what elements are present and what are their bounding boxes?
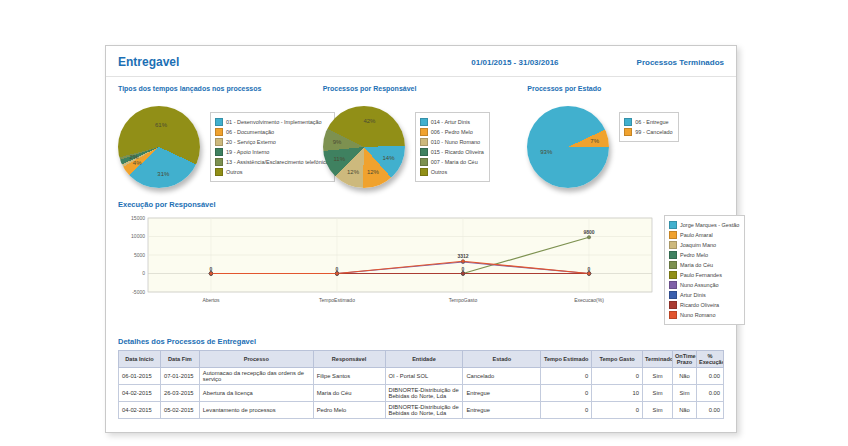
column-header: Responsável bbox=[313, 351, 385, 368]
legend-swatch bbox=[669, 231, 677, 239]
pie-chart-title: Processos por Responsável bbox=[323, 85, 520, 92]
table-cell-entidade: OI - Portal SOL bbox=[385, 368, 463, 385]
table-cell-responsavel: Filipe Santos bbox=[313, 368, 385, 385]
table-cell-data_fim: 07-01-2015 bbox=[160, 368, 199, 385]
y-tick-label: -5000 bbox=[132, 289, 145, 295]
pie-charts-row: Tipos dos tempos lançados nos processos3… bbox=[106, 77, 736, 190]
x-category-label: TempoGasto bbox=[449, 297, 478, 303]
pie-chart: 31%4%2%61% bbox=[118, 106, 200, 188]
legend-item: Paulo Amaral bbox=[669, 231, 739, 239]
details-table-title: Detalhes dos Processos de Entregavel bbox=[118, 337, 724, 346]
legend-swatch bbox=[669, 251, 677, 259]
data-point bbox=[587, 272, 590, 275]
date-range-label: 01/01/2015 - 31/03/2016 bbox=[471, 58, 558, 67]
page-title: Entregavel bbox=[118, 55, 471, 69]
legend-label: Nuno Assunção bbox=[680, 282, 719, 288]
table-cell-data_inicio: 04-02-2015 bbox=[119, 402, 161, 419]
legend-swatch bbox=[420, 138, 428, 146]
table-cell-terminado: Sim bbox=[643, 368, 673, 385]
line-chart: 150001000050000-5000AbertosTempoEstimado… bbox=[118, 213, 658, 309]
legend-swatch bbox=[420, 148, 428, 156]
column-header: Tempo Estimado bbox=[541, 351, 592, 368]
legend-swatch bbox=[215, 158, 223, 166]
table-cell-tempo_gasto: 10 bbox=[592, 385, 643, 402]
data-point-label: 0 bbox=[462, 266, 465, 272]
legend-label: Artur Dinis bbox=[680, 292, 706, 298]
column-header: Estado bbox=[463, 351, 541, 368]
table-cell-pct_execucao: 0.00 bbox=[696, 385, 723, 402]
legend-swatch bbox=[420, 158, 428, 166]
pie-slice-pct-label: 42% bbox=[363, 118, 375, 124]
line-chart-title: Execução por Responsável bbox=[118, 200, 724, 209]
y-tick-label: 5000 bbox=[134, 252, 145, 258]
pie-slice-pct-label: 11% bbox=[333, 156, 345, 162]
legend-swatch bbox=[669, 291, 677, 299]
table-header-row: Data InícioData FimProcessoResponsávelEn… bbox=[119, 351, 724, 368]
legend-swatch bbox=[215, 118, 223, 126]
legend-label: 007 - Maria do Céu bbox=[431, 159, 478, 165]
table-cell-tempo_estimado: 0 bbox=[541, 385, 592, 402]
table-cell-ontime_prazo: Não bbox=[673, 402, 697, 419]
legend-item: 01 - Desenvolvimento - Implementação bbox=[215, 118, 329, 126]
x-category-label: Execucao(%) bbox=[574, 297, 604, 303]
pie-chart-title: Processos por Estado bbox=[527, 85, 724, 92]
table-cell-terminado: Sim bbox=[643, 385, 673, 402]
column-header: Entidade bbox=[385, 351, 463, 368]
pie-section-1: Processos por Responsável14%12%12%11%9%4… bbox=[319, 81, 524, 188]
pie-chart-title: Tipos dos tempos lançados nos processos bbox=[118, 85, 315, 92]
line-chart-section: Execução por Responsável 150001000050000… bbox=[106, 190, 736, 325]
legend-item: Outros bbox=[420, 168, 484, 176]
data-point bbox=[461, 272, 464, 275]
x-category-label: Abertos bbox=[202, 297, 220, 303]
legend-item: Paulo Fernandes bbox=[669, 271, 739, 279]
line-chart-row: 150001000050000-5000AbertosTempoEstimado… bbox=[118, 213, 724, 325]
processes-filter-link[interactable]: Processos Terminados bbox=[637, 58, 724, 67]
legend-label: 06 - Entregue bbox=[635, 119, 668, 125]
pie-legend: 01 - Desenvolvimento - Implementação06 -… bbox=[210, 112, 335, 182]
legend-label: 010 - Nuno Romano bbox=[431, 139, 481, 145]
legend-swatch bbox=[215, 168, 223, 176]
pie-slice-pct-label: 31% bbox=[157, 171, 169, 177]
table-cell-tempo_gasto: 0 bbox=[592, 402, 643, 419]
legend-swatch bbox=[669, 311, 677, 319]
pie-chart: 14%12%12%11%9%42% bbox=[323, 106, 405, 188]
table-cell-entidade: DIBNORTE-Distribuição de Bebidas do Nort… bbox=[385, 402, 463, 419]
table-cell-ontime_prazo: Sim bbox=[673, 385, 697, 402]
data-point bbox=[209, 272, 212, 275]
table-row[interactable]: 04-02-201526-03-2015Abertura da licençaM… bbox=[119, 385, 724, 402]
report-header: Entregavel 01/01/2015 - 31/03/2016 Proce… bbox=[106, 46, 736, 77]
pie-chart-wrap: 14%12%12%11%9%42%014 - Artur Dinis006 - … bbox=[323, 106, 520, 188]
y-tick-label: 0 bbox=[142, 270, 145, 276]
pie-chart-wrap: 31%4%2%61%01 - Desenvolvimento - Impleme… bbox=[118, 106, 315, 188]
legend-item: 06 - Documentação bbox=[215, 128, 329, 136]
data-point bbox=[335, 272, 338, 275]
table-cell-processo: Abertura da licença bbox=[199, 385, 313, 402]
table-cell-processo: Automacao da recepção das ordens de serv… bbox=[199, 368, 313, 385]
pie-slice-pct-label: 4% bbox=[133, 160, 142, 166]
legend-swatch bbox=[669, 261, 677, 269]
legend-label: 006 - Pedro Melo bbox=[431, 129, 473, 135]
table-row[interactable]: 04-02-201505-02-2015Levantamento de proc… bbox=[119, 402, 724, 419]
legend-label: 014 - Artur Dinis bbox=[431, 119, 470, 125]
legend-swatch bbox=[215, 148, 223, 156]
table-row[interactable]: 06-01-201507-01-2015Automacao da recepçã… bbox=[119, 368, 724, 385]
table-cell-data_fim: 26-03-2015 bbox=[160, 385, 199, 402]
pie-slice-pct-label: 93% bbox=[540, 149, 552, 155]
table-cell-tempo_estimado: 0 bbox=[541, 402, 592, 419]
legend-item: 015 - Ricardo Oliveira bbox=[420, 148, 484, 156]
legend-item: Nuno Romano bbox=[669, 311, 739, 319]
legend-swatch bbox=[624, 118, 632, 126]
data-point-label: 0 bbox=[210, 266, 213, 272]
legend-label: Maria do Céu bbox=[680, 262, 713, 268]
table-cell-entidade: DIBNORTE-Distribuição de Bebidas do Nort… bbox=[385, 385, 463, 402]
table-cell-estado: Cancelado bbox=[463, 368, 541, 385]
legend-item: 99 - Cancelado bbox=[624, 128, 672, 136]
pie-slice-pct-label: 2% bbox=[130, 154, 139, 160]
legend-item: 20 - Serviço Externo bbox=[215, 138, 329, 146]
y-tick-label: 10000 bbox=[131, 233, 145, 239]
pie-slice-pct-label: 12% bbox=[367, 169, 379, 175]
legend-item: 19 - Apoio Interno bbox=[215, 148, 329, 156]
legend-item: Joaquim Mano bbox=[669, 241, 739, 249]
column-header: Processo bbox=[199, 351, 313, 368]
legend-item: Jorge Marques - Gestão bbox=[669, 221, 739, 229]
